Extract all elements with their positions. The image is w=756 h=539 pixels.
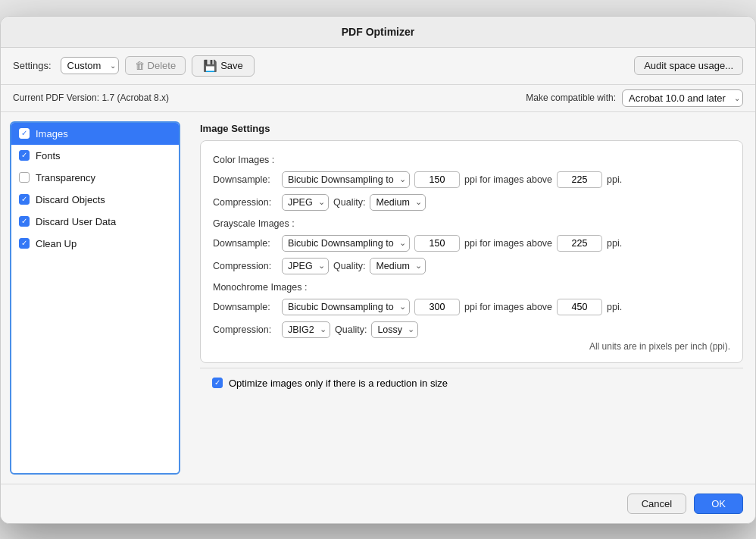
units-note: All units are in pixels per inch (ppi).	[213, 341, 730, 352]
current-version-text: Current PDF Version: 1.7 (Acrobat 8.x)	[13, 92, 169, 103]
floppy-icon: 💾	[203, 59, 217, 73]
monochrome-section: Monochrome Images : Downsample: Bicubic …	[213, 282, 730, 338]
mono-images-subtitle: Monochrome Images :	[213, 282, 730, 293]
gray-quality-select[interactable]: Medium	[370, 258, 426, 274]
settings-label: Settings:	[13, 60, 52, 71]
mono-quality-label: Quality:	[335, 324, 367, 335]
color-compression-select-wrap[interactable]: JPEG	[282, 194, 329, 211]
color-compression-select[interactable]: JPEG	[282, 194, 329, 211]
images-checkbox[interactable]	[19, 128, 30, 139]
mono-ppi-above-input[interactable]	[557, 299, 602, 315]
color-quality-select[interactable]: Medium	[370, 194, 426, 211]
sidebar-item-clean-up[interactable]: Clean Up	[11, 233, 179, 255]
color-images-subtitle: Color Images :	[213, 155, 730, 165]
color-downsample-row: Downsample: Bicubic Downsampling to ppi …	[213, 171, 730, 188]
sidebar-item-discard-user-data[interactable]: Discard User Data	[11, 211, 179, 233]
pdf-optimizer-dialog: PDF Optimizer Settings: Custom ⌄ 🗑 Delet…	[0, 16, 756, 524]
trash-icon: 🗑	[135, 60, 145, 71]
mono-downsample-row: Downsample: Bicubic Downsampling to ppi …	[213, 299, 730, 315]
optimize-check-row: Optimize images only if there is a reduc…	[200, 368, 743, 398]
images-label: Images	[36, 128, 68, 139]
transparency-checkbox[interactable]	[19, 172, 30, 183]
settings-select[interactable]: Custom	[61, 57, 119, 74]
sidebar-item-discard-objects[interactable]: Discard Objects	[11, 189, 179, 211]
gray-quality-label: Quality:	[333, 261, 365, 271]
compatible-section: Make compatible with: Acrobat 10.0 and l…	[526, 89, 743, 107]
content-panel: Image Settings Color Images : Downsample…	[188, 112, 755, 484]
sidebar-item-transparency[interactable]: Transparency	[11, 167, 179, 189]
mono-compression-row: Compression: JBIG2 Quality: Lossy	[213, 321, 730, 338]
color-ppi-above-label: ppi for images above	[464, 174, 552, 185]
clean-up-label: Clean Up	[36, 238, 77, 249]
toolbar: Settings: Custom ⌄ 🗑 Delete 💾 Save Audit…	[1, 48, 755, 85]
color-compression-row: Compression: JPEG Quality: Medium	[213, 194, 730, 211]
optimize-label: Optimize images only if there is a reduc…	[229, 378, 448, 389]
image-settings-block: Color Images : Downsample: Bicubic Downs…	[200, 140, 743, 363]
mono-compression-select-wrap[interactable]: JBIG2	[282, 321, 330, 338]
fonts-checkbox[interactable]	[19, 150, 30, 161]
gray-compression-row: Compression: JPEG Quality: Medium	[213, 258, 730, 274]
color-downsample-label: Downsample:	[213, 174, 277, 185]
color-compression-label: Compression:	[213, 197, 277, 208]
gray-ppi-above-label: ppi for images above	[464, 238, 552, 249]
gray-compression-select-wrap[interactable]: JPEG	[282, 258, 329, 274]
fonts-label: Fonts	[36, 150, 61, 161]
discard-objects-checkbox[interactable]	[19, 194, 30, 205]
main-content: Images Fonts Transparency Discard Object…	[1, 112, 755, 484]
color-downsample-select-wrap[interactable]: Bicubic Downsampling to	[282, 171, 410, 188]
sidebar-item-fonts[interactable]: Fonts	[11, 145, 179, 167]
dialog-title: PDF Optimizer	[342, 26, 414, 38]
mono-quality-select[interactable]: Lossy	[371, 321, 418, 338]
mono-downsample-select[interactable]: Bicubic Downsampling to	[282, 299, 410, 315]
make-compatible-label: Make compatible with:	[526, 92, 616, 103]
gray-downsample-select-wrap[interactable]: Bicubic Downsampling to	[282, 235, 410, 252]
sidebar-item-images[interactable]: Images	[11, 123, 179, 145]
discard-objects-label: Discard Objects	[36, 194, 105, 205]
gray-compression-label: Compression:	[213, 261, 277, 271]
optimize-checkbox[interactable]	[212, 378, 223, 388]
clean-up-checkbox[interactable]	[19, 238, 30, 249]
mono-compression-select[interactable]: JBIG2	[282, 321, 330, 338]
gray-ppi-suffix: ppi.	[607, 238, 622, 249]
mono-downsample-label: Downsample:	[213, 302, 277, 312]
gray-quality-select-wrap[interactable]: Medium	[370, 258, 426, 274]
mono-compression-label: Compression:	[213, 324, 277, 335]
cancel-button[interactable]: Cancel	[627, 494, 686, 514]
mono-ppi-suffix: ppi.	[607, 302, 622, 312]
save-button[interactable]: 💾 Save	[192, 55, 255, 77]
discard-user-data-checkbox[interactable]	[19, 216, 30, 227]
delete-button[interactable]: 🗑 Delete	[125, 56, 186, 75]
title-bar: PDF Optimizer	[1, 17, 755, 48]
compatible-select[interactable]: Acrobat 10.0 and later	[622, 89, 743, 107]
version-bar: Current PDF Version: 1.7 (Acrobat 8.x) M…	[1, 85, 755, 112]
color-ppi-above-input[interactable]	[557, 171, 602, 188]
gray-ppi-above-input[interactable]	[557, 235, 602, 252]
grayscale-section: Grayscale Images : Downsample: Bicubic D…	[213, 218, 730, 274]
color-ppi-suffix: ppi.	[607, 174, 622, 185]
mono-quality-select-wrap[interactable]: Lossy	[371, 321, 418, 338]
settings-select-wrapper[interactable]: Custom ⌄	[61, 57, 119, 74]
compatible-select-wrapper[interactable]: Acrobat 10.0 and later ⌄	[622, 89, 743, 107]
image-settings-title: Image Settings	[200, 123, 743, 134]
gray-downsample-row: Downsample: Bicubic Downsampling to ppi …	[213, 235, 730, 252]
transparency-label: Transparency	[36, 172, 95, 183]
mono-downsample-select-wrap[interactable]: Bicubic Downsampling to	[282, 299, 410, 315]
sidebar: Images Fonts Transparency Discard Object…	[10, 121, 180, 475]
color-quality-label: Quality:	[333, 197, 365, 208]
mono-ppi-above-label: ppi for images above	[464, 302, 552, 312]
gray-downsample-select[interactable]: Bicubic Downsampling to	[282, 235, 410, 252]
mono-downsample-ppi-input[interactable]	[414, 299, 460, 315]
grayscale-images-subtitle: Grayscale Images :	[213, 218, 730, 229]
audit-space-button[interactable]: Audit space usage...	[634, 56, 743, 75]
color-downsample-ppi-input[interactable]	[414, 171, 460, 188]
discard-user-data-label: Discard User Data	[36, 216, 116, 227]
ok-button[interactable]: OK	[694, 494, 743, 514]
footer: Cancel OK	[1, 484, 755, 523]
gray-compression-select[interactable]: JPEG	[282, 258, 329, 274]
gray-downsample-ppi-input[interactable]	[414, 235, 460, 252]
color-downsample-select[interactable]: Bicubic Downsampling to	[282, 171, 410, 188]
color-quality-select-wrap[interactable]: Medium	[370, 194, 426, 211]
gray-downsample-label: Downsample:	[213, 238, 277, 249]
